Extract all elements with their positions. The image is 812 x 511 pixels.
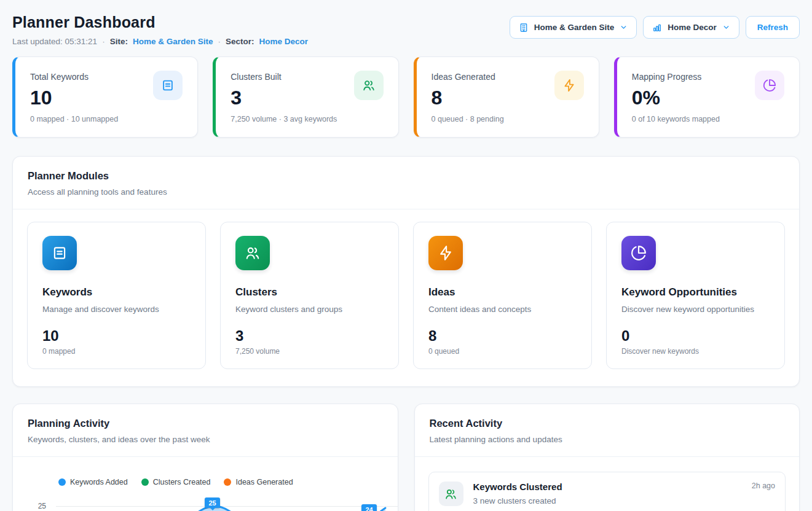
recent-activity-header: Recent Activity Latest planning actions … [415,404,800,456]
section-subtitle: Latest planning actions and updates [430,435,785,444]
section-title: Planning Activity [28,418,383,429]
pie-chart-icon [621,236,656,270]
refresh-button-label: Refresh [757,23,788,32]
stat-card-ideas-generated: Ideas Generated 8 0 queued · 8 pending [414,57,599,138]
site-dropdown[interactable]: Home & Garden Site [510,16,637,39]
module-title: Clusters [235,286,384,298]
header-left: Planner Dashboard Last updated: 05:31:21… [12,14,308,46]
module-title: Ideas [428,286,577,298]
section-subtitle: Keywords, clusters, and ideas over the p… [28,435,383,444]
users-icon [439,482,463,506]
recent-activity-panel: Recent Activity Latest planning actions … [414,404,800,511]
meta-separator: · [218,37,221,46]
last-updated-text: Last updated: 05:31:21 [12,37,97,46]
module-description: Discover new keyword opportunities [621,305,770,314]
planner-modules-panel: Planner Modules Access all planning tool… [12,156,800,387]
page-title: Planner Dashboard [12,14,308,31]
planning-activity-panel: Planning Activity Keywords, clusters, an… [12,404,398,511]
lightning-icon [428,236,463,270]
meta-separator: · [102,37,105,46]
bar-chart-icon [652,23,662,33]
users-icon [235,236,270,270]
site-link[interactable]: Home & Garden Site [133,37,213,46]
module-description: Keyword clusters and groups [235,305,384,314]
sector-label: Sector: [226,37,254,46]
divider [415,456,800,457]
page-header: Planner Dashboard Last updated: 05:31:21… [12,14,800,46]
site-dropdown-label: Home & Garden Site [534,23,615,32]
activity-chart: Keywords Added Clusters Created Ideas Ge… [13,457,398,511]
sector-dropdown-label: Home Decor [668,23,717,32]
stat-card-clusters-built: Clusters Built 3 7,250 volume · 3 avg ke… [213,57,398,138]
module-subtext: 0 mapped [42,347,191,356]
module-title: Keyword Opportunities [621,286,770,298]
activity-item-keywords-clustered[interactable]: Keywords Clustered 2h ago 3 new clusters… [428,472,786,511]
stat-card-mapping-progress: Mapping Progress 0% 0 of 10 keywords map… [614,57,800,138]
activity-item-body: Keywords Clustered 2h ago 3 new clusters… [473,482,776,506]
section-title: Planner Modules [28,170,784,182]
section-subtitle: Access all planning tools and features [28,187,784,197]
modules-grid: Keywords Manage and discover keywords 10… [13,209,799,386]
module-subtext: Discover new keywords [621,347,770,356]
module-description: Content ideas and concepts [428,305,577,314]
module-card-ideas[interactable]: Ideas Content ideas and concepts 8 0 que… [413,222,592,369]
header-controls: Home & Garden Site Home Decor Refresh [510,16,800,39]
sector-dropdown[interactable]: Home Decor [643,16,739,39]
activity-description: 3 new clusters created [473,496,776,505]
module-value: 8 [428,327,577,345]
data-point-label: 24 [361,504,377,511]
module-card-clusters[interactable]: Clusters Keyword clusters and groups 3 7… [220,222,399,369]
data-point-label: 25 [205,497,220,508]
bottom-row: Planning Activity Keywords, clusters, an… [12,404,800,511]
module-value: 3 [235,327,384,345]
stat-subtext: 0 queued · 8 pending [432,115,584,123]
building-icon [519,23,529,33]
stat-subtext: 7,250 volume · 3 avg keywords [231,115,383,123]
chevron-down-icon [620,23,628,31]
stat-card-total-keywords: Total Keywords 10 0 mapped · 10 unmapped [12,57,198,138]
stat-cards-row: Total Keywords 10 0 mapped · 10 unmapped… [12,57,800,138]
planning-activity-header: Planning Activity Keywords, clusters, an… [13,404,398,456]
module-subtext: 0 queued [428,347,577,356]
module-subtext: 7,250 volume [235,347,384,356]
module-value: 10 [42,327,191,345]
activity-title: Keywords Clustered [473,482,562,492]
lightning-icon [554,71,584,100]
pie-chart-icon [755,71,784,100]
module-value: 0 [621,327,770,345]
module-description: Manage and discover keywords [42,305,191,314]
module-card-keyword-opportunities[interactable]: Keyword Opportunities Discover new keywo… [606,222,785,369]
module-card-keywords[interactable]: Keywords Manage and discover keywords 10… [27,222,206,369]
site-label: Site: [110,37,128,46]
document-icon [153,71,183,100]
refresh-button[interactable]: Refresh [746,16,800,39]
module-title: Keywords [42,286,191,298]
document-icon [42,236,77,270]
planner-modules-header: Planner Modules Access all planning tool… [13,157,799,209]
stat-subtext: 0 mapped · 10 unmapped [30,115,183,123]
section-title: Recent Activity [430,418,785,429]
chevron-down-icon [722,23,730,31]
users-icon [354,71,384,100]
sector-link[interactable]: Home Decor [259,37,308,46]
page-meta: Last updated: 05:31:21 · Site: Home & Ga… [12,37,308,46]
stat-subtext: 0 of 10 keywords mapped [632,115,784,123]
activity-timestamp: 2h ago [752,482,775,490]
